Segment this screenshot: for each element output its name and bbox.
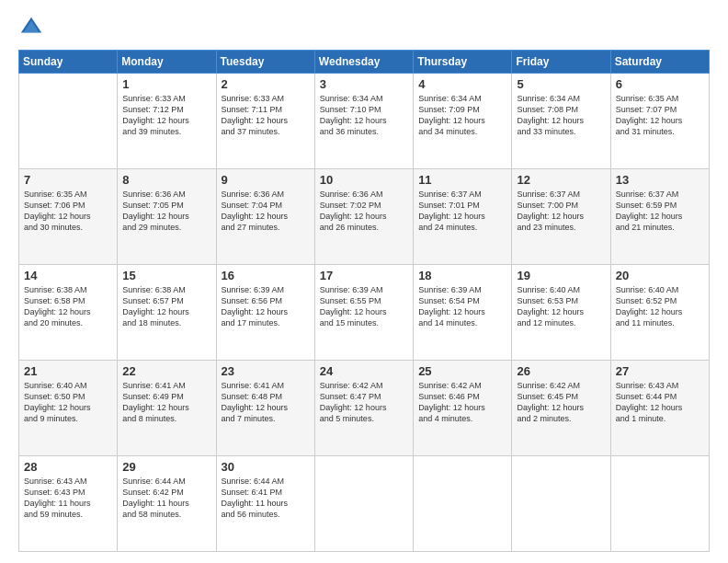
cell-line: Sunset: 6:52 PM [616,295,704,306]
page: SundayMondayTuesdayWednesdayThursdayFrid… [0,0,728,563]
calendar-cell: 26Sunrise: 6:42 AMSunset: 6:45 PMDayligh… [512,361,610,456]
cell-line: Daylight: 12 hours [616,402,704,413]
day-number: 15 [122,269,210,282]
day-number: 9 [222,173,310,187]
cell-line: and 9 minutes. [24,413,112,424]
cell-line: and 34 minutes. [418,126,506,137]
day-number: 19 [517,269,605,282]
day-number: 29 [122,460,210,474]
cell-line: Sunrise: 6:40 AM [24,380,112,391]
cell-line: Sunrise: 6:34 AM [517,93,605,104]
day-number: 24 [320,364,408,378]
cell-line: and 20 minutes. [24,317,112,328]
week-row-2: 7Sunrise: 6:35 AMSunset: 7:06 PMDaylight… [19,169,710,265]
cell-line: Daylight: 11 hours [122,498,210,509]
weekday-header-thursday: Thursday [414,51,512,74]
cell-line: and 4 minutes. [418,413,506,424]
cell-line: Sunset: 6:47 PM [320,391,408,402]
calendar-cell: 8Sunrise: 6:36 AMSunset: 7:05 PMDaylight… [118,169,216,265]
cell-line: Sunrise: 6:37 AM [616,189,704,200]
day-number: 6 [616,77,704,91]
cell-line: Sunrise: 6:40 AM [517,284,605,295]
calendar-cell: 27Sunrise: 6:43 AMSunset: 6:44 PMDayligh… [610,361,709,456]
cell-line: and 27 minutes. [222,222,310,233]
cell-line: Daylight: 12 hours [517,211,605,222]
cell-line: Daylight: 11 hours [222,498,310,509]
logo [18,15,48,40]
cell-line: and 17 minutes. [222,317,310,328]
week-row-1: 1Sunrise: 6:33 AMSunset: 7:12 PMDaylight… [19,74,710,169]
day-number: 10 [320,173,408,187]
cell-line: and 36 minutes. [320,126,408,137]
cell-line: Sunset: 7:06 PM [24,200,112,211]
calendar-cell: 11Sunrise: 6:37 AMSunset: 7:01 PMDayligh… [414,169,512,265]
calendar-cell: 2Sunrise: 6:33 AMSunset: 7:11 PMDaylight… [216,74,314,169]
calendar-cell: 10Sunrise: 6:36 AMSunset: 7:02 PMDayligh… [314,169,413,265]
cell-line: Sunrise: 6:44 AM [122,476,210,487]
calendar-cell: 30Sunrise: 6:44 AMSunset: 6:41 PMDayligh… [216,456,314,552]
cell-line: and 15 minutes. [320,317,408,328]
day-number: 28 [24,460,112,474]
weekday-header-monday: Monday [118,51,216,74]
day-number: 22 [122,364,210,378]
day-number: 17 [320,269,408,282]
cell-line: Sunset: 7:12 PM [122,104,210,115]
cell-line: Sunrise: 6:34 AM [320,93,408,104]
calendar-cell: 6Sunrise: 6:35 AMSunset: 7:07 PMDaylight… [610,74,709,169]
cell-line: and 31 minutes. [616,126,704,137]
cell-line: and 18 minutes. [122,317,210,328]
cell-line: Daylight: 12 hours [616,211,704,222]
cell-line: Daylight: 12 hours [122,402,210,413]
day-number: 7 [24,173,112,187]
weekday-header-wednesday: Wednesday [314,51,413,74]
weekday-header-row: SundayMondayTuesdayWednesdayThursdayFrid… [19,51,710,74]
cell-line: Daylight: 12 hours [24,211,112,222]
calendar-cell: 19Sunrise: 6:40 AMSunset: 6:53 PMDayligh… [512,265,610,361]
cell-line: Sunrise: 6:40 AM [616,284,704,295]
calendar-cell: 14Sunrise: 6:38 AMSunset: 6:58 PMDayligh… [19,265,118,361]
cell-line: Sunset: 6:58 PM [24,295,112,306]
cell-line: and 39 minutes. [122,126,210,137]
cell-line: and 5 minutes. [320,413,408,424]
day-number: 4 [418,77,506,91]
cell-line: Sunset: 7:02 PM [320,200,408,211]
day-number: 25 [418,364,506,378]
calendar-cell: 18Sunrise: 6:39 AMSunset: 6:54 PMDayligh… [414,265,512,361]
cell-line: and 29 minutes. [122,222,210,233]
cell-line: and 8 minutes. [122,413,210,424]
calendar-cell: 9Sunrise: 6:36 AMSunset: 7:04 PMDaylight… [216,169,314,265]
day-number: 26 [517,364,605,378]
day-number: 21 [24,364,112,378]
cell-line: Sunset: 6:54 PM [418,295,506,306]
calendar-cell: 15Sunrise: 6:38 AMSunset: 6:57 PMDayligh… [118,265,216,361]
weekday-header-sunday: Sunday [19,51,118,74]
day-number: 23 [222,364,310,378]
cell-line: and 30 minutes. [24,222,112,233]
cell-line: Sunrise: 6:38 AM [122,284,210,295]
cell-line: Daylight: 12 hours [222,306,310,317]
cell-line: Daylight: 12 hours [122,306,210,317]
day-number: 20 [616,269,704,282]
calendar-cell: 20Sunrise: 6:40 AMSunset: 6:52 PMDayligh… [610,265,709,361]
day-number: 12 [517,173,605,187]
calendar-cell: 13Sunrise: 6:37 AMSunset: 6:59 PMDayligh… [610,169,709,265]
cell-line: Sunrise: 6:41 AM [122,380,210,391]
calendar-cell: 28Sunrise: 6:43 AMSunset: 6:43 PMDayligh… [19,456,118,552]
weekday-header-saturday: Saturday [610,51,709,74]
calendar-cell: 22Sunrise: 6:41 AMSunset: 6:49 PMDayligh… [118,361,216,456]
cell-line: Sunset: 6:57 PM [122,295,210,306]
cell-line: Daylight: 12 hours [418,211,506,222]
cell-line: Sunrise: 6:39 AM [320,284,408,295]
calendar-cell [19,74,118,169]
cell-line: and 56 minutes. [222,509,310,520]
cell-line: Daylight: 12 hours [222,211,310,222]
calendar-cell: 21Sunrise: 6:40 AMSunset: 6:50 PMDayligh… [19,361,118,456]
cell-line: Daylight: 12 hours [24,306,112,317]
calendar-cell: 7Sunrise: 6:35 AMSunset: 7:06 PMDaylight… [19,169,118,265]
cell-line: Sunset: 6:45 PM [517,391,605,402]
cell-line: Sunset: 7:01 PM [418,200,506,211]
cell-line: Sunset: 7:04 PM [222,200,310,211]
cell-line: Sunset: 7:10 PM [320,104,408,115]
logo-icon [18,15,44,40]
cell-line: Sunset: 6:50 PM [24,391,112,402]
